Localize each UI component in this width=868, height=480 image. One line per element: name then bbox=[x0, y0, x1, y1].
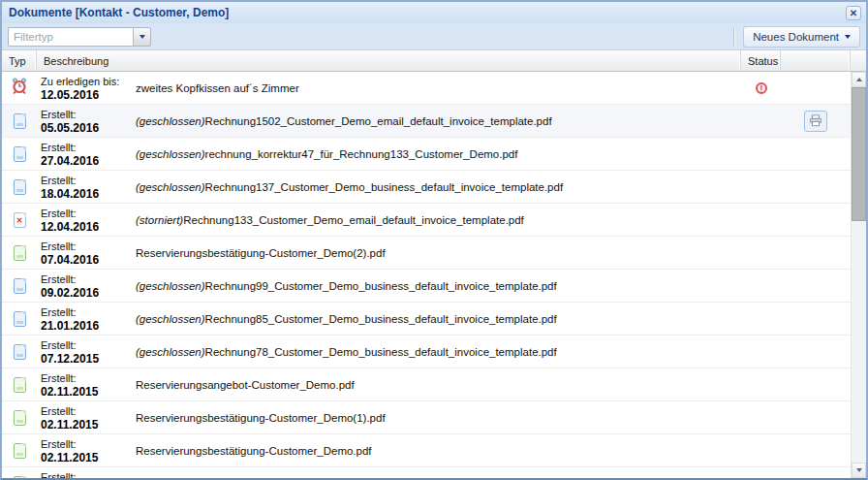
date-label: Erstellt: bbox=[41, 272, 136, 286]
column-header-beschreibung[interactable]: Beschreibung bbox=[37, 50, 741, 71]
grid-header: Typ Beschreibung Status bbox=[2, 50, 866, 72]
table-row[interactable]: Erstellt:02.11.2015 Reservierungsangebot… bbox=[2, 368, 851, 401]
table-row[interactable]: Erstellt:18.04.2016 (geschlossen)Rechnun… bbox=[2, 171, 851, 204]
date-label: Erstellt: bbox=[41, 141, 136, 154]
document-icon bbox=[14, 278, 26, 294]
date-label: Erstellt: bbox=[41, 338, 136, 352]
alarm-clock-icon bbox=[11, 78, 28, 99]
table-row[interactable]: Erstellt:27.04.2016 (geschlossen)rechnun… bbox=[2, 138, 851, 171]
date-value: 27.04.2016 bbox=[41, 154, 136, 168]
table-row[interactable]: Erstellt: bbox=[2, 467, 851, 478]
date-label: Erstellt: bbox=[41, 207, 136, 220]
date-label: Erstellt: bbox=[41, 371, 136, 385]
date-value: 02.11.2015 bbox=[41, 385, 136, 399]
date-value: 12.05.2016 bbox=[41, 88, 136, 102]
document-icon bbox=[14, 311, 26, 327]
window-titlebar[interactable]: Dokumente [Kontakt - Customer, Demo] bbox=[2, 2, 866, 23]
table-row[interactable]: Erstellt:05.05.2016 (geschlossen)Rechnun… bbox=[2, 105, 851, 138]
doc-state-prefix: (geschlossen) bbox=[136, 115, 205, 127]
table-row[interactable]: Erstellt:09.02.2016 (geschlossen)Rechnun… bbox=[2, 270, 851, 303]
column-header-spacer bbox=[851, 50, 866, 71]
chevron-down-icon[interactable] bbox=[133, 27, 151, 47]
documents-window: Dokumente [Kontakt - Customer, Demo] Neu… bbox=[0, 0, 868, 480]
document-icon bbox=[14, 113, 26, 129]
document-green-icon bbox=[14, 476, 26, 479]
table-row[interactable]: Erstellt:02.11.2015 Reservierungsbestäti… bbox=[2, 434, 851, 467]
table-row[interactable]: Erstellt:07.04.2016 Reservierungsbestäti… bbox=[2, 237, 851, 270]
date-label: Erstellt: bbox=[41, 404, 136, 418]
new-document-button[interactable]: Neues Dokument bbox=[743, 26, 860, 48]
doc-state-prefix: (storniert) bbox=[136, 214, 183, 226]
date-value: 02.11.2015 bbox=[41, 451, 136, 464]
document-name: Rechnung1502_Customer_Demo_email_default… bbox=[205, 115, 552, 127]
doc-state-prefix: (geschlossen) bbox=[136, 313, 205, 325]
date-value: 05.05.2016 bbox=[41, 121, 136, 135]
chevron-down-icon bbox=[845, 35, 851, 39]
document-name: Reservierungsangebot-Customer_Demo.pdf bbox=[136, 379, 355, 391]
date-value: 02.11.2015 bbox=[41, 418, 136, 432]
scrollbar-thumb[interactable] bbox=[852, 87, 866, 221]
document-name: rechnung_korrektur47_für_Rechnung133_Cus… bbox=[205, 148, 518, 160]
date-value: 18.04.2016 bbox=[41, 187, 136, 201]
table-row[interactable]: Erstellt:02.11.2015 Reservierungsbestäti… bbox=[2, 401, 851, 434]
print-button[interactable] bbox=[804, 111, 827, 132]
table-row[interactable]: Zu erledigen bis:12.05.2016 zweites Kopf… bbox=[2, 72, 851, 105]
vertical-scrollbar[interactable] bbox=[851, 72, 866, 478]
document-name: Reservierungsbestätigung-Customer_Demo.p… bbox=[136, 445, 372, 457]
description-text: zweites Kopfkissen auf´s Zimmer bbox=[136, 82, 299, 94]
scroll-up-button[interactable] bbox=[852, 72, 866, 87]
date-label: Erstellt: bbox=[41, 305, 136, 319]
toolbar: Neues Dokument bbox=[2, 23, 866, 50]
close-icon[interactable] bbox=[846, 6, 861, 20]
new-document-label: Neues Dokument bbox=[753, 31, 839, 43]
table-row[interactable]: Erstellt:12.04.2016 (storniert)Rechnung1… bbox=[2, 204, 851, 237]
document-name: Rechnung78_Customer_Demo_business_defaul… bbox=[205, 346, 557, 358]
date-value: 09.02.2016 bbox=[41, 286, 136, 300]
doc-state-prefix: (geschlossen) bbox=[136, 280, 205, 292]
chevron-down-icon bbox=[856, 468, 862, 472]
document-cancelled-icon bbox=[14, 212, 26, 228]
document-green-icon bbox=[14, 377, 26, 393]
document-name: Rechnung137_Customer_Demo_business_defau… bbox=[205, 181, 564, 193]
overdue-status-icon bbox=[756, 82, 767, 94]
document-name: Rechnung99_Customer_Demo_business_defaul… bbox=[205, 280, 557, 292]
date-value: 07.12.2015 bbox=[41, 352, 136, 366]
printer-icon bbox=[809, 114, 822, 127]
document-green-icon bbox=[14, 443, 26, 459]
document-green-icon bbox=[14, 245, 26, 261]
date-label: Erstellt: bbox=[41, 470, 136, 478]
document-icon bbox=[14, 344, 26, 360]
table-row[interactable]: Erstellt:07.12.2015 (geschlossen)Rechnun… bbox=[2, 336, 851, 368]
toolbar-separator bbox=[733, 28, 734, 46]
window-title: Dokumente [Kontakt - Customer, Demo] bbox=[9, 6, 229, 19]
filter-type-combo[interactable] bbox=[8, 27, 151, 47]
doc-state-prefix: (geschlossen) bbox=[136, 181, 205, 193]
date-label: Zu erledigen bis: bbox=[41, 75, 136, 88]
date-label: Erstellt: bbox=[41, 174, 136, 187]
doc-state-prefix: (geschlossen) bbox=[136, 346, 205, 358]
date-label: Erstellt: bbox=[41, 437, 136, 451]
table-row[interactable]: Erstellt:21.01.2016 (geschlossen)Rechnun… bbox=[2, 303, 851, 336]
doc-state-prefix: (geschlossen) bbox=[136, 148, 205, 160]
column-header-status[interactable]: Status bbox=[741, 50, 781, 71]
date-label: Erstellt: bbox=[41, 240, 136, 253]
date-label: Erstellt: bbox=[41, 108, 136, 121]
date-value: 21.01.2016 bbox=[41, 319, 136, 333]
document-name: Rechnung85_Customer_Demo_business_defaul… bbox=[205, 313, 557, 325]
document-name: Reservierungsbestätigung-Customer_Demo(1… bbox=[136, 412, 386, 424]
document-icon bbox=[14, 146, 26, 162]
document-green-icon bbox=[14, 410, 26, 426]
scroll-down-button[interactable] bbox=[852, 463, 866, 478]
date-value: 07.04.2016 bbox=[41, 253, 136, 267]
chevron-up-icon bbox=[856, 78, 862, 81]
date-value: 12.04.2016 bbox=[41, 220, 136, 234]
column-header-actions[interactable] bbox=[781, 50, 851, 71]
column-header-typ[interactable]: Typ bbox=[2, 50, 37, 71]
filter-type-input[interactable] bbox=[8, 27, 133, 47]
document-name: Reservierungsbestätigung-Customer_Demo(2… bbox=[136, 247, 386, 259]
grid-body: Zu erledigen bis:12.05.2016 zweites Kopf… bbox=[2, 72, 866, 478]
document-icon bbox=[14, 179, 26, 195]
document-name: Rechnung133_Customer_Demo_email_default_… bbox=[183, 214, 524, 226]
